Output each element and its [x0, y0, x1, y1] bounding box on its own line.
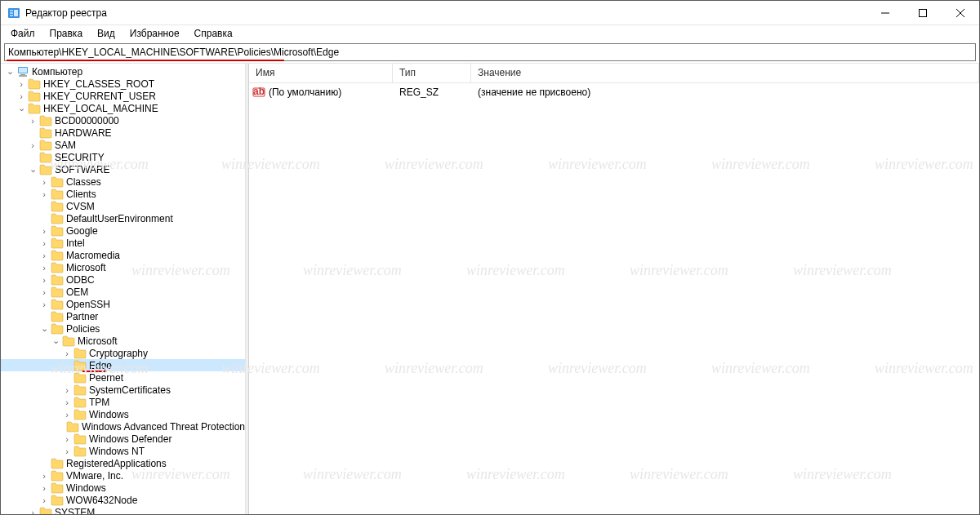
- tree-label: VMware, Inc.: [66, 470, 123, 482]
- tree-edge[interactable]: Edge: [1, 359, 245, 371]
- tree-peernet[interactable]: Peernet: [1, 371, 245, 384]
- tree-macromedia[interactable]: › Macromedia: [1, 249, 245, 261]
- tree-defender[interactable]: › Windows Defender: [1, 433, 245, 445]
- tree-classes[interactable]: › Classes: [1, 175, 245, 188]
- string-value-icon: ab: [252, 86, 265, 99]
- expand-icon[interactable]: ›: [38, 238, 50, 248]
- menu-favorites[interactable]: Избранное: [123, 26, 186, 41]
- tree-label: Peernet: [89, 372, 123, 384]
- tree-oem[interactable]: › OEM: [1, 286, 245, 298]
- expand-icon[interactable]: ›: [27, 140, 38, 150]
- tree-sw-windows[interactable]: › Windows: [1, 482, 245, 494]
- tree-view[interactable]: ⌄ Компьютер › HKEY_CLASSES_ROOT › HKEY_C…: [1, 64, 246, 514]
- address-bar[interactable]: Компьютер\HKEY_LOCAL_MACHINE\SOFTWARE\Po…: [4, 43, 976, 61]
- tree-label: HKEY_CLASSES_ROOT: [43, 78, 154, 90]
- tree-tpm[interactable]: › TPM: [1, 396, 245, 408]
- tree-label: SystemCertificates: [89, 384, 171, 396]
- tree-due[interactable]: DefaultUserEnvironment: [1, 212, 245, 224]
- col-name[interactable]: Имя: [249, 64, 393, 82]
- tree-wow64[interactable]: › WOW6432Node: [1, 494, 245, 506]
- expand-icon[interactable]: ›: [61, 446, 73, 456]
- tree-bcd[interactable]: › BCD00000000: [1, 114, 245, 127]
- tree-openssh[interactable]: › OpenSSH: [1, 298, 245, 310]
- tree-microsoft[interactable]: › Microsoft: [1, 261, 245, 273]
- tree-clients[interactable]: › Clients: [1, 188, 245, 200]
- expand-icon[interactable]: ›: [38, 300, 50, 309]
- expand-icon[interactable]: ›: [38, 189, 50, 199]
- expand-icon[interactable]: ⌄: [50, 335, 61, 346]
- tree-sam[interactable]: › SAM: [1, 139, 245, 151]
- tree-hklm[interactable]: ⌄ HKEY_LOCAL_MACHINE: [1, 102, 245, 114]
- expand-icon[interactable]: ›: [27, 116, 38, 126]
- tree-label: TPM: [89, 397, 109, 408]
- list-header: Имя Тип Значение: [249, 64, 979, 83]
- expand-icon[interactable]: ›: [38, 251, 50, 260]
- expand-icon[interactable]: ›: [61, 410, 73, 420]
- tree-systemcerts[interactable]: › SystemCertificates: [1, 384, 245, 396]
- tree-hardware[interactable]: HARDWARE: [1, 127, 245, 139]
- expand-icon[interactable]: ⌄: [16, 103, 27, 113]
- expand-icon[interactable]: ›: [61, 385, 73, 395]
- tree-policies-microsoft[interactable]: ⌄ Microsoft: [1, 335, 245, 347]
- tree-label: Intel: [66, 238, 85, 249]
- expand-icon[interactable]: ›: [61, 397, 73, 407]
- tree-watp[interactable]: Windows Advanced Threat Protection: [1, 420, 245, 433]
- tree-partner[interactable]: Partner: [1, 310, 245, 322]
- tree-security[interactable]: SECURITY: [1, 151, 245, 163]
- menubar: Файл Правка Вид Избранное Справка: [1, 25, 979, 42]
- expand-icon[interactable]: ›: [38, 483, 50, 493]
- window-title: Редактор реестра: [25, 7, 866, 19]
- maximize-button[interactable]: [904, 1, 942, 24]
- regedit-icon: [7, 7, 20, 20]
- expand-icon[interactable]: ›: [16, 79, 27, 89]
- expand-icon[interactable]: ›: [61, 349, 73, 358]
- tree-cryptography[interactable]: › Cryptography: [1, 347, 245, 359]
- tree-hkcu[interactable]: › HKEY_CURRENT_USER: [1, 90, 245, 102]
- minimize-button[interactable]: [866, 1, 904, 24]
- expand-icon[interactable]: ⌄: [27, 164, 38, 175]
- tree-regapps[interactable]: RegisteredApplications: [1, 457, 245, 469]
- expand-icon[interactable]: ›: [38, 226, 50, 236]
- expand-icon[interactable]: ›: [38, 287, 50, 297]
- tree-label: BCD00000000: [55, 115, 119, 127]
- expand-icon[interactable]: ⌄: [38, 323, 50, 334]
- tree-vmware[interactable]: › VMware, Inc.: [1, 469, 245, 482]
- expand-icon[interactable]: ›: [38, 495, 50, 505]
- tree-cvsm[interactable]: CVSM: [1, 200, 245, 212]
- expand-icon[interactable]: ›: [38, 471, 50, 481]
- address-text: Компьютер\HKEY_LOCAL_MACHINE\SOFTWARE\Po…: [8, 47, 339, 58]
- tree-label: SOFTWARE: [55, 164, 110, 175]
- tree-odbc[interactable]: › ODBC: [1, 273, 245, 286]
- tree-root[interactable]: ⌄ Компьютер: [1, 65, 245, 78]
- menu-file[interactable]: Файл: [4, 26, 42, 41]
- tree-policies[interactable]: ⌄ Policies: [1, 322, 245, 335]
- tree-label: OpenSSH: [66, 299, 110, 310]
- expand-icon[interactable]: ›: [27, 508, 38, 515]
- tree-winnt[interactable]: › Windows NT: [1, 445, 245, 457]
- menu-edit[interactable]: Правка: [43, 26, 90, 41]
- tree-google[interactable]: › Google: [1, 224, 245, 237]
- expand-icon[interactable]: ›: [61, 434, 73, 444]
- tree-software[interactable]: ⌄ SOFTWARE: [1, 163, 245, 175]
- tree-system[interactable]: › SYSTEM: [1, 506, 245, 514]
- expand-icon[interactable]: ›: [38, 263, 50, 273]
- close-button[interactable]: [942, 1, 979, 24]
- tree-label: Classes: [66, 176, 101, 188]
- tree-label: Clients: [66, 189, 96, 200]
- expand-icon[interactable]: ›: [16, 91, 27, 101]
- value-data: (значение не присвоено): [478, 87, 590, 98]
- tree-pol-windows[interactable]: › Windows: [1, 408, 245, 420]
- menu-view[interactable]: Вид: [91, 26, 122, 41]
- expand-icon[interactable]: ⌄: [4, 66, 16, 77]
- col-value[interactable]: Значение: [471, 64, 979, 82]
- value-type: REG_SZ: [399, 87, 478, 98]
- expand-icon[interactable]: ›: [38, 275, 50, 285]
- col-type[interactable]: Тип: [393, 64, 471, 82]
- value-row[interactable]: ab (По умолчанию) REG_SZ (значение не пр…: [249, 85, 979, 100]
- svg-text:ab: ab: [253, 86, 265, 97]
- expand-icon[interactable]: ›: [38, 177, 50, 187]
- tree-intel[interactable]: › Intel: [1, 237, 245, 249]
- tree-hkcr[interactable]: › HKEY_CLASSES_ROOT: [1, 78, 245, 90]
- menu-help[interactable]: Справка: [188, 26, 239, 41]
- annotation-underline: [7, 60, 284, 61]
